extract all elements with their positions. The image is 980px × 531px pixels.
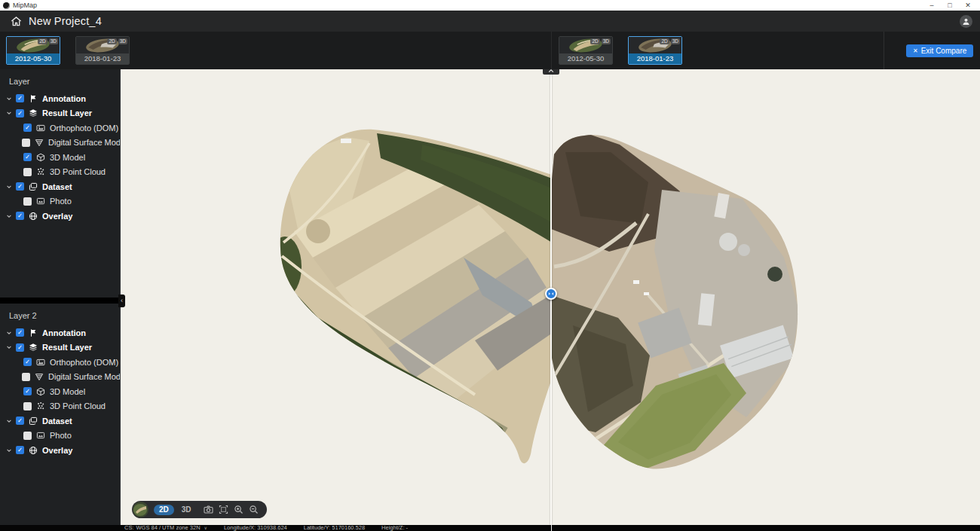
minimize-button[interactable]: –	[923, 0, 941, 11]
layer-item-result-layer[interactable]: ✓Result Layer	[0, 106, 120, 121]
dataset-card-2012-05-30[interactable]: 2D3D2012-05-30	[6, 36, 60, 65]
zoom-out-icon[interactable]	[249, 505, 259, 514]
layer-checkbox[interactable]: ✓	[23, 358, 32, 366]
layer-item-dataset[interactable]: ✓Dataset	[0, 414, 120, 429]
layer-checkbox[interactable]	[23, 197, 32, 206]
layer-checkbox[interactable]: ✓	[23, 153, 32, 161]
layer-item-overlay[interactable]: ✓Overlay	[0, 209, 120, 224]
maximize-button[interactable]: □	[941, 0, 959, 11]
layer-item-overlay[interactable]: ✓Overlay	[0, 443, 120, 458]
sidebar-collapse-handle[interactable]: ‹	[118, 294, 125, 307]
mipmap-application-window: MipMap – □ ✕ New Project_4 2D3D2012-05-3…	[0, 0, 980, 531]
layer-panel-1-title: Layer	[0, 69, 120, 91]
layer-item-3d-model[interactable]: ✓3D Model	[0, 150, 120, 165]
layer-panel-2-title: Layer 2	[0, 304, 120, 325]
map-viewport[interactable]: 2D 3D	[121, 69, 980, 525]
app-title: MipMap	[13, 2, 37, 9]
chevron-down-icon[interactable]	[6, 329, 14, 337]
badge-2d: 2D	[590, 38, 599, 44]
status-bar: CS: WGS 84 / UTM zone 32N ∨ Longitude/X:…	[0, 525, 980, 531]
layer-checkbox[interactable]: ✓	[16, 343, 24, 352]
layer-panel-2: Layer 2 ✓Annotation✓Result Layer✓Orthoph…	[0, 304, 120, 525]
badge-2d: 2D	[107, 38, 116, 44]
view-3d-button[interactable]: 3D	[179, 505, 194, 514]
exit-compare-button[interactable]: ✕ Exit Compare	[906, 44, 973, 57]
view-2d-button[interactable]: 2D	[154, 505, 174, 515]
dataset-date-label: 2012-05-30	[7, 53, 60, 64]
overlay-icon	[29, 212, 38, 221]
status-field-latitude-y: Latitude/Y: 5170160.528	[304, 525, 365, 531]
dataset-card-2018-01-23[interactable]: 2D3D2018-01-23	[628, 36, 682, 65]
photo-icon	[36, 431, 45, 440]
layer-item-annotation[interactable]: ✓Annotation	[0, 91, 120, 106]
layer-tree-1: ✓Annotation✓Result Layer✓Orthophoto (DOM…	[0, 91, 120, 224]
layer-item-digital-surface-mod[interactable]: Digital Surface Mod...	[0, 370, 120, 385]
close-icon: ✕	[913, 48, 918, 54]
chevron-down-icon[interactable]	[6, 212, 14, 220]
layer-checkbox[interactable]	[23, 402, 32, 410]
flag-icon	[29, 328, 38, 337]
layer-item-annotation[interactable]: ✓Annotation	[0, 325, 120, 340]
left-pane-dataset-cards: 2D3D2012-05-302D3D2018-01-23	[6, 36, 130, 65]
badge-3d: 3D	[671, 38, 680, 44]
zoom-in-icon[interactable]	[234, 505, 243, 514]
minimap-thumbnail[interactable]	[133, 502, 149, 517]
chevron-down-icon[interactable]	[6, 109, 14, 117]
layer-item-orthophoto-dom[interactable]: ✓Orthophoto (DOM)	[0, 121, 120, 136]
layer-item-digital-surface-mod[interactable]: Digital Surface Mod...	[0, 136, 120, 151]
layer-panel-1: Layer ✓Annotation✓Result Layer✓Orthophot…	[0, 69, 120, 298]
layer-checkbox[interactable]: ✓	[16, 94, 24, 102]
layer-checkbox[interactable]: ✓	[16, 417, 24, 425]
layer-tree-2: ✓Annotation✓Result Layer✓Orthophoto (DOM…	[0, 325, 120, 458]
layer-checkbox[interactable]: ✓	[23, 387, 32, 395]
chevron-down-icon[interactable]	[6, 95, 14, 102]
layer-item-orthophoto-dom[interactable]: ✓Orthophoto (DOM)	[0, 355, 120, 370]
layer-checkbox[interactable]	[22, 139, 30, 147]
camera-icon[interactable]	[204, 505, 213, 514]
chevron-down-icon[interactable]	[6, 343, 14, 351]
panel-divider[interactable]	[0, 298, 120, 304]
layer-checkbox[interactable]	[22, 373, 30, 381]
model-3d-icon	[36, 153, 45, 162]
extent-icon[interactable]	[219, 505, 228, 514]
layer-checkbox[interactable]: ✓	[16, 109, 24, 117]
strip-separator	[884, 32, 884, 69]
layer-item-3d-point-cloud[interactable]: 3D Point Cloud	[0, 165, 120, 180]
chevron-down-icon[interactable]	[6, 447, 14, 454]
orthophoto-icon	[36, 358, 45, 367]
dataset-date-label: 2018-01-23	[76, 53, 129, 64]
app-header: New Project_4	[0, 11, 980, 32]
layer-item-3d-model[interactable]: ✓3D Model	[0, 384, 120, 399]
layer-item-photo[interactable]: Photo	[0, 194, 120, 209]
flag-icon	[29, 94, 38, 103]
layer-item-dataset[interactable]: ✓Dataset	[0, 179, 120, 194]
layer-checkbox[interactable]: ✓	[23, 124, 32, 132]
chevron-down-icon[interactable]	[6, 183, 14, 191]
point-cloud-icon	[36, 401, 45, 410]
dataset-card-2012-05-30[interactable]: 2D3D2012-05-30	[559, 36, 613, 65]
close-button[interactable]: ✕	[959, 0, 977, 11]
point-cloud-icon	[36, 167, 45, 176]
layer-checkbox[interactable]: ✓	[16, 446, 24, 454]
chevron-down-icon[interactable]	[6, 417, 14, 425]
layer-checkbox[interactable]: ✓	[16, 212, 24, 220]
layer-sidebar: Layer ✓Annotation✓Result Layer✓Orthophot…	[0, 69, 121, 525]
layer-item-3d-point-cloud[interactable]: 3D Point Cloud	[0, 399, 120, 414]
compare-slider-top-tab[interactable]	[543, 69, 559, 75]
layer-item-result-layer[interactable]: ✓Result Layer	[0, 340, 120, 356]
map-toolbar: 2D 3D	[132, 501, 267, 518]
layer-checkbox[interactable]	[23, 168, 32, 176]
layer-checkbox[interactable]: ✓	[16, 328, 24, 337]
compare-slider-handle[interactable]	[545, 288, 557, 300]
coordinate-system-selector[interactable]: CS: WGS 84 / UTM zone 32N ∨	[124, 525, 207, 531]
compare-thumbnail-strip: 2D3D2012-05-302D3D2018-01-23 2D3D2012-05…	[0, 32, 980, 69]
dataset-card-2018-01-23[interactable]: 2D3D2018-01-23	[75, 36, 130, 65]
layers-icon	[29, 108, 38, 117]
layer-checkbox[interactable]: ✓	[16, 182, 24, 191]
layer-checkbox[interactable]	[23, 432, 32, 440]
dataset-thumbnail: 2D3D	[629, 37, 681, 53]
user-avatar[interactable]	[960, 15, 972, 28]
layer-item-photo[interactable]: Photo	[0, 429, 120, 444]
home-icon[interactable]	[11, 16, 22, 27]
model-3d-icon	[36, 387, 45, 396]
